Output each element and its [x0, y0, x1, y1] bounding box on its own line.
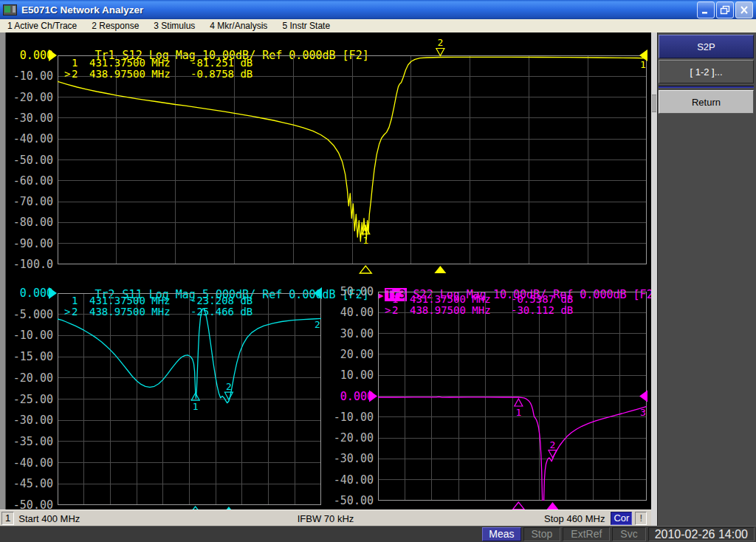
y-axis-label: -20.00	[326, 431, 374, 445]
y-axis-label: -40.00	[6, 132, 53, 145]
analyzer-display: ▶Tr1S12Log Mag 10.00dB/ Ref 0.000dB [F2]…	[0, 32, 651, 510]
y-axis-label: -90.00	[6, 237, 53, 250]
softkey-separator	[659, 86, 754, 88]
window-controls	[697, 1, 753, 18]
ref-level-arrow-left	[369, 391, 377, 402]
menu-item-1[interactable]: 1 Active Ch/Trace	[0, 21, 84, 31]
restore-button[interactable]	[716, 1, 734, 18]
window-title: E5071C Network Analyzer	[21, 4, 143, 16]
y-axis-label: 40.00	[326, 306, 374, 319]
y-axis-label: -10.00	[6, 69, 53, 83]
meas-status-indicator: Meas	[482, 527, 520, 541]
display-left-border	[0, 32, 6, 510]
softkey-list: S2P [ 1-2 ]... Return	[659, 35, 754, 115]
y-axis-label: -15.00	[6, 350, 53, 363]
y-axis-label: 0.000	[6, 49, 53, 62]
y-axis-label: 10.00	[326, 368, 374, 382]
y-axis-label: -20.00	[6, 371, 53, 385]
stimulus-marker	[512, 502, 524, 510]
y-axis-label: -30.00	[6, 414, 53, 427]
y-axis-label: -45.00	[6, 477, 53, 490]
y-axis-label: 30.00	[326, 327, 374, 340]
e5071c-window: E5071C Network Analyzer 1 Active Ch/Trac…	[0, 0, 756, 542]
close-icon	[739, 5, 749, 15]
extref-status-indicator: ExtRef	[563, 527, 610, 541]
y-axis-label: -5.000	[6, 308, 53, 321]
trace2-plot-area[interactable]	[58, 293, 321, 505]
marker-number: 2	[437, 37, 443, 48]
y-axis-label: -20.00	[6, 91, 53, 104]
menu-item-3[interactable]: 3 Stimulus	[146, 21, 202, 31]
menu-bar: 1 Active Ch/Trace2 Response3 Stimulus4 M…	[0, 19, 756, 32]
ifbw-label: IFBW 70 kHz	[298, 513, 354, 524]
y-axis-label: -60.00	[6, 174, 53, 188]
correction-status-badge: Cor	[611, 512, 632, 525]
softkey-scrollbar-thumb[interactable]	[652, 95, 656, 112]
stop-status-indicator: Stop	[523, 527, 561, 541]
y-axis-label: 0.000	[6, 287, 53, 300]
close-button[interactable]	[735, 1, 753, 18]
minimize-button[interactable]	[697, 1, 715, 18]
svc-status-indicator: Svc	[612, 527, 645, 541]
y-axis-label: -25.00	[6, 393, 53, 406]
alert-badge: !	[635, 512, 647, 525]
softkey-scrollbar[interactable]	[651, 32, 658, 526]
menu-item-5[interactable]: 5 Instr State	[275, 21, 337, 31]
menu-item-4[interactable]: 4 Mkr/Analysis	[202, 21, 275, 31]
y-axis-label: -40.00	[6, 456, 53, 470]
y-axis-label: -10.00	[326, 411, 374, 424]
softkey-menu-title: S2P	[659, 35, 754, 58]
channel-number-badge: 1	[1, 512, 14, 525]
softkey-return-button[interactable]: Return	[659, 90, 754, 114]
restore-icon	[720, 5, 730, 15]
y-axis-label: -10.00	[6, 329, 53, 342]
trace3-plot-area[interactable]	[378, 292, 647, 501]
trace1-plot-area[interactable]	[58, 55, 647, 264]
menu-item-2[interactable]: 2 Response	[84, 21, 146, 31]
minimize-icon	[701, 5, 711, 15]
y-axis-label: -40.00	[326, 473, 374, 487]
y-axis-label: -35.00	[6, 435, 53, 448]
stimulus-marker	[360, 266, 371, 273]
stimulus-marker-active	[546, 502, 558, 510]
y-axis-label: 20.00	[326, 348, 374, 361]
status-bar: 1 Start 400 MHz IFBW 70 kHz Stop 460 MHz…	[0, 510, 651, 526]
start-frequency-label: Start 400 MHz	[18, 513, 80, 524]
stop-frequency-label: Stop 460 MHz	[544, 513, 605, 524]
ref-level-arrow-left	[49, 49, 57, 61]
y-axis-label: -50.00	[6, 154, 53, 167]
y-axis-label: 0.000	[326, 390, 374, 403]
ref-level-arrow-left	[49, 287, 57, 299]
softkey-1-2-button[interactable]: [ 1-2 ]...	[659, 60, 754, 83]
marker-symbol	[436, 48, 444, 55]
y-axis-label: -80.00	[6, 216, 53, 229]
y-axis-label: -50.00	[326, 494, 374, 507]
instrument-status-bar: Meas Stop ExtRef Svc 2010-02-26 14:00	[0, 526, 756, 542]
y-axis-label: 50.00	[326, 285, 374, 298]
y-axis-label: -70.00	[6, 195, 53, 208]
y-axis-label: -30.00	[326, 452, 374, 465]
datetime-display: 2010-02-26 14:00	[648, 527, 755, 541]
y-axis-label: -30.00	[6, 112, 53, 125]
y-axis-label: -100.0	[6, 258, 53, 271]
stimulus-marker-active	[434, 266, 446, 273]
app-icon	[3, 4, 17, 16]
title-bar[interactable]: E5071C Network Analyzer	[0, 0, 756, 19]
softkey-menu: S2P [ 1-2 ]... Return	[651, 32, 756, 526]
